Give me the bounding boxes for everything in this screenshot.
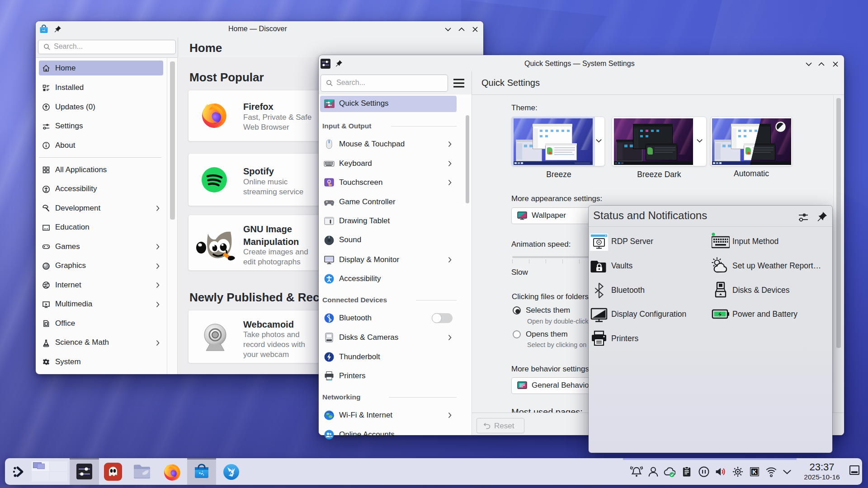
svg-text:K: K	[752, 469, 757, 475]
